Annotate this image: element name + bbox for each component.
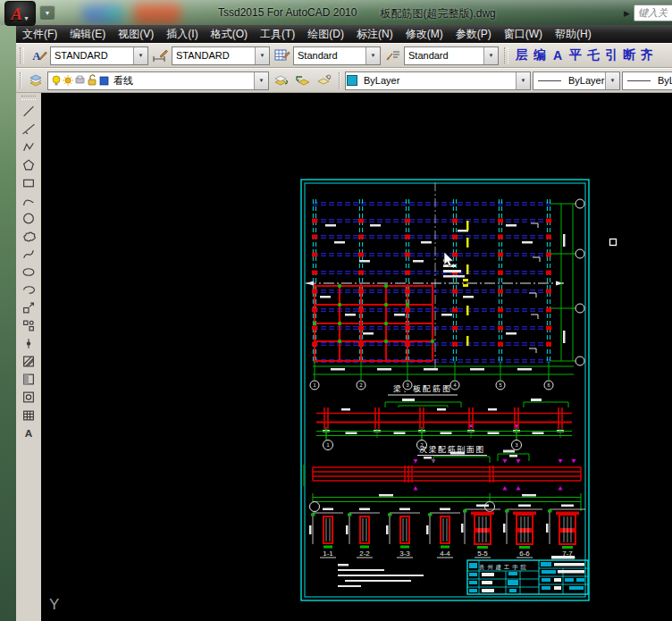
draw-tool-polygon[interactable] xyxy=(18,155,39,173)
toolbar-grip[interactable] xyxy=(339,72,340,88)
document-title: 板配筋图(超完整版).dwg xyxy=(380,6,495,21)
background-blur-blob xyxy=(105,5,122,21)
draw-tool-table[interactable] xyxy=(18,406,39,424)
chevron-down-icon: ▼ xyxy=(45,10,51,16)
menu-item[interactable]: 视图(V) xyxy=(112,27,160,42)
layer-state-icons xyxy=(51,74,110,87)
revision-cloud-icon xyxy=(21,230,36,243)
menu-item[interactable]: 插入(I) xyxy=(160,27,204,42)
draw-tool-line[interactable] xyxy=(18,102,39,120)
menu-bar: 文件(F)编辑(E)视图(V)插入(I)格式(O)工具(T)绘图(D)标注(N)… xyxy=(16,25,672,43)
toolbar-grip[interactable] xyxy=(20,47,24,63)
table-style-icon xyxy=(274,48,290,63)
draw-tool-region[interactable] xyxy=(18,388,39,406)
draw-tool-hatch[interactable] xyxy=(18,352,39,370)
menu-item[interactable]: 工具(T) xyxy=(254,27,301,42)
draw-toolbar: A xyxy=(16,93,42,621)
draw-tool-arc[interactable] xyxy=(18,191,39,209)
draw-tool-point[interactable] xyxy=(18,334,39,352)
draw-tool-rectangle[interactable] xyxy=(18,173,39,191)
window-title: Tssd2015 For AutoCAD 2010 板配筋图(超完整版).dwg xyxy=(218,6,496,21)
application-window: A ▼ ▼ Tssd2015 For AutoCAD 2010 板配筋图(超完整… xyxy=(0,0,672,621)
draw-tool-gradient[interactable] xyxy=(18,370,39,388)
section-label: 2-2 xyxy=(359,550,370,558)
app-title: Tssd2015 For AutoCAD 2010 xyxy=(218,6,357,21)
rectangle-icon xyxy=(21,176,36,189)
draw-tool-multiline-text[interactable]: A xyxy=(18,424,39,441)
arc-icon xyxy=(21,194,36,207)
layer-combobox[interactable]: 看线 ▼ xyxy=(47,71,269,90)
tssd-tool-button[interactable]: 齐 xyxy=(638,46,656,65)
chevron-down-icon[interactable]: ▼ xyxy=(133,47,147,64)
tssd-toolbar: 层编A平乇引断齐 xyxy=(513,46,656,65)
quick-access-dropdown-button[interactable]: ▼ xyxy=(39,5,55,21)
draw-tool-circle[interactable] xyxy=(18,209,39,227)
tssd-tool-button[interactable]: 断 xyxy=(620,46,638,65)
chevron-down-icon[interactable]: ▼ xyxy=(365,47,380,64)
draw-tool-revision-cloud[interactable] xyxy=(18,227,39,245)
menu-item[interactable]: 标注(N) xyxy=(350,27,399,42)
tssd-tool-button[interactable]: A xyxy=(549,46,567,65)
chevron-down-icon[interactable]: ▼ xyxy=(255,47,269,64)
section-label: 1-1 xyxy=(323,550,333,558)
menu-item[interactable]: 参数(P) xyxy=(449,27,498,42)
tssd-tool-button[interactable]: 层 xyxy=(513,46,531,65)
cursor-pointer xyxy=(444,252,454,266)
chevron-down-icon[interactable]: ▼ xyxy=(483,47,498,64)
toolbar-grip[interactable] xyxy=(504,47,508,63)
svg-text:1: 1 xyxy=(326,442,329,448)
layer-manager-button[interactable] xyxy=(26,71,47,90)
multileader-style-button[interactable] xyxy=(382,46,404,65)
dimension-style-button[interactable] xyxy=(150,46,172,65)
chevron-down-icon[interactable]: ▼ xyxy=(254,72,268,89)
menu-item[interactable]: 窗口(W) xyxy=(498,27,549,42)
draw-tool-polyline[interactable] xyxy=(18,138,39,155)
section-label: 5-5 xyxy=(477,550,488,558)
layer-previous-button[interactable] xyxy=(292,71,314,90)
draw-tool-construction-line[interactable] xyxy=(18,120,39,138)
draw-tool-ellipse-arc[interactable] xyxy=(18,281,39,298)
draw-tool-make-block[interactable] xyxy=(18,316,39,334)
chevron-down-icon[interactable]: ▼ xyxy=(516,72,530,89)
draw-tool-spline[interactable] xyxy=(18,245,39,263)
region-icon xyxy=(21,390,36,404)
text-style-combobox[interactable]: STANDARD ▼ xyxy=(50,46,148,65)
tssd-tool-button[interactable]: 引 xyxy=(602,46,620,65)
menu-item[interactable]: 文件(F) xyxy=(16,27,63,42)
draw-tool-insert-block[interactable] xyxy=(18,298,39,316)
table-style-button[interactable] xyxy=(272,46,293,65)
menu-item[interactable]: 格式(O) xyxy=(205,27,254,42)
layer-states-button[interactable] xyxy=(271,71,292,90)
toolbar-grip[interactable] xyxy=(20,72,21,88)
infocenter-expand-icon[interactable]: ▶ xyxy=(624,9,630,18)
make-block-icon xyxy=(21,319,36,332)
tssd-tool-button[interactable]: 乇 xyxy=(584,46,602,65)
unlock-icon xyxy=(88,75,96,85)
menu-item[interactable]: 帮助(H) xyxy=(549,27,598,42)
lineweight-combobox[interactable]: ByLayer ▼ xyxy=(622,71,672,90)
dimension-style-combobox[interactable]: STANDARD ▼ xyxy=(172,46,270,65)
menu-item[interactable]: 编辑(E) xyxy=(63,27,112,42)
color-combobox[interactable]: ByLayer ▼ xyxy=(345,71,531,90)
title-block-org: 贵州建工学院 xyxy=(479,564,529,571)
layer-isolate-button[interactable] xyxy=(314,71,335,90)
draw-tool-ellipse[interactable] xyxy=(18,263,39,281)
table-style-combobox[interactable]: Standard ▼ xyxy=(293,46,381,65)
circle-icon xyxy=(21,212,36,225)
multileader-style-combobox[interactable]: Standard ▼ xyxy=(404,46,499,65)
layer-color-chip xyxy=(100,77,108,85)
tssd-tool-button[interactable]: 编 xyxy=(531,46,549,65)
grip-point[interactable] xyxy=(610,239,617,246)
linetype-combobox[interactable]: ByLayer ▼ xyxy=(533,71,620,90)
chevron-down-icon[interactable]: ▼ xyxy=(605,72,619,89)
menu-item[interactable]: 修改(M) xyxy=(399,27,449,42)
menu-item[interactable]: 绘图(D) xyxy=(301,27,350,42)
infocenter-search-input[interactable]: 键入关 xyxy=(634,4,672,21)
text-style-button[interactable]: A xyxy=(29,46,50,65)
drawing-canvas[interactable]: 123456 123 1-12-23-34-45-56-67-7 梁、板配筋图 … xyxy=(41,93,672,621)
layer-isolate-icon xyxy=(316,73,332,88)
application-menu-button[interactable]: A ▼ xyxy=(4,1,36,26)
section-label: 4-4 xyxy=(440,550,450,558)
toolbar-grip[interactable] xyxy=(21,96,36,100)
tssd-tool-button[interactable]: 平 xyxy=(567,46,584,65)
